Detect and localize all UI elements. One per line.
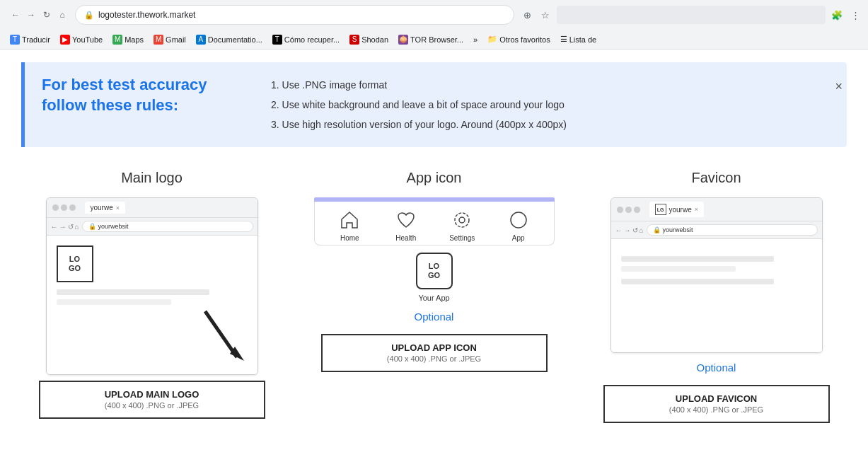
browser-action-icons: ⊕ ☆ 🧩 ⋮ xyxy=(520,6,862,24)
banner-rule-2: 2. Use white background and leave a bit … xyxy=(271,95,567,115)
banner-rule-1: 1. Use .PNG image format xyxy=(271,75,567,95)
shodan-favicon: S xyxy=(349,35,359,45)
close-banner-btn[interactable]: × xyxy=(835,79,843,94)
menu-icon[interactable]: ⋮ xyxy=(848,8,862,22)
upload-app-icon-btn[interactable]: UPLOAD APP ICON (400 x 400) .PNG or .JPE… xyxy=(321,334,548,372)
bookmark-shodan[interactable]: S Shodan xyxy=(345,33,393,46)
app-icon-title: App icon xyxy=(407,170,462,186)
bookmark-gmail[interactable]: M Gmail xyxy=(149,33,190,46)
traducir-favicon: T xyxy=(10,35,20,45)
info-banner: For best test accuracyfollow these rules… xyxy=(21,62,847,147)
bookmark-traducir[interactable]: T Traducir xyxy=(6,33,54,46)
app-icon-section: Home Health xyxy=(296,197,572,302)
tab-home: Home xyxy=(328,207,371,242)
columns-wrapper: Main logo yourwe × ← xyxy=(0,163,868,423)
bookmark-label-youtube: YouTube xyxy=(72,35,103,44)
fav-circle-3 xyxy=(634,207,640,213)
bookmark-otros-label: Otros favoritos xyxy=(499,35,550,44)
address-bar[interactable]: 🔒 logotester.thework.market xyxy=(75,5,514,25)
main-logo-browser-mockup: yourwe × ← → ↺ ⌂ 🔒 yourwebsit xyxy=(46,197,258,375)
mockup-tab-text: yourwe xyxy=(91,204,113,212)
svg-point-3 xyxy=(455,213,469,227)
mockup-fwd: → xyxy=(59,223,66,231)
banner-rules: 1. Use .PNG image format 2. Use white ba… xyxy=(271,75,567,134)
mockup-titlebar: yourwe × xyxy=(47,198,257,218)
translate-icon[interactable]: ⊕ xyxy=(520,8,534,22)
fav-back: ← xyxy=(615,226,623,234)
favicon-mockup-circles xyxy=(617,207,640,213)
favicon-tab-icon: LG xyxy=(655,204,666,215)
bookmark-maps[interactable]: M Maps xyxy=(108,33,148,46)
upload-main-logo-label: UPLOAD MAIN LOGO xyxy=(105,389,199,400)
bookmark-tidal[interactable]: T Cómo recuper... xyxy=(268,33,344,46)
mockup-home: ⌂ xyxy=(75,223,79,231)
browser-home-btn[interactable]: ⌂ xyxy=(55,8,69,22)
upload-main-logo-btn[interactable]: UPLOAD MAIN LOGO (400 x 400) .PNG or .JP… xyxy=(39,381,265,419)
main-logo-upload-section: UPLOAD MAIN LOGO (400 x 400) .PNG or .JP… xyxy=(14,381,289,419)
mockup-nav-arrows: ← → ↺ ⌂ xyxy=(51,223,79,231)
browser-back-btn[interactable]: ← xyxy=(8,8,23,22)
app-icon-upload-section: UPLOAD APP ICON (400 x 400) .PNG or .JPE… xyxy=(296,334,572,372)
fav-lock: 🔒 xyxy=(653,226,661,233)
url-text: logotester.thework.market xyxy=(98,10,195,20)
heart-icon xyxy=(393,207,419,233)
svg-point-2 xyxy=(459,217,465,223)
favicon-mockup-body xyxy=(611,239,822,352)
bookmark-lista[interactable]: ☰ Lista de xyxy=(556,33,601,45)
favicon-mockup-address: 🔒 yourwebsit xyxy=(647,224,818,236)
mockup-address-text: yourwebsit xyxy=(98,223,129,230)
favicon-upload-section: UPLOAD FAVICON (400 x 400) .PNG or .JPEG xyxy=(579,385,854,423)
bookmark-otros[interactable]: 📁 Otros favoritos xyxy=(483,33,555,45)
content-bar-1 xyxy=(57,289,209,295)
banner-title: For best test accuracyfollow these rules… xyxy=(42,75,254,115)
fav-circle-1 xyxy=(617,207,623,213)
fav-reload: ↺ xyxy=(632,226,638,234)
page-content: × For best test accuracyfollow these rul… xyxy=(0,62,868,423)
mockup-lock: 🔒 xyxy=(88,223,96,230)
bookmark-folder-icon: 📁 xyxy=(487,35,497,44)
your-app-icon: LOGO xyxy=(416,253,453,289)
bookmark-label-vs: Documentatio... xyxy=(208,35,262,44)
bookmark-more[interactable]: » xyxy=(469,34,482,45)
app-circle-icon xyxy=(506,207,531,233)
circle-2 xyxy=(61,204,67,211)
your-app-section: LOGO Your App xyxy=(416,253,453,302)
mockup-address: 🔒 yourwebsit xyxy=(82,221,253,232)
extensions-icon[interactable]: 🧩 xyxy=(830,8,844,22)
tor-favicon: 🧅 xyxy=(398,35,408,45)
circle-3 xyxy=(69,204,76,211)
favicon-tab-text: yourwe xyxy=(669,206,692,214)
mockup-circles xyxy=(52,204,76,211)
bookmark-label-tidal: Cómo recuper... xyxy=(284,35,340,44)
main-logo-placeholder: LOGO xyxy=(57,245,93,282)
tab-settings: Settings xyxy=(441,207,483,242)
search-bar-empty[interactable] xyxy=(557,6,826,24)
bookmark-label-traducir: Traducir xyxy=(22,35,50,44)
ios-tab-bar: Home Health xyxy=(314,202,555,245)
browser-chrome: ← → ↻ ⌂ 🔒 logotester.thework.market ⊕ ☆ … xyxy=(0,0,868,50)
upload-favicon-btn[interactable]: UPLOAD FAVICON (400 x 400) .PNG or .JPEG xyxy=(603,385,830,423)
fav-fwd: → xyxy=(624,226,631,234)
browser-reload-btn[interactable]: ↻ xyxy=(40,8,54,22)
browser-top-bar: ← → ↻ ⌂ 🔒 logotester.thework.market ⊕ ☆ … xyxy=(0,0,868,30)
main-logo-column: Main logo yourwe × ← xyxy=(14,170,289,419)
upload-app-icon-sub: (400 x 400) .PNG or .JPEG xyxy=(387,354,481,363)
fav-bar-3 xyxy=(621,279,774,284)
settings-label: Settings xyxy=(449,234,475,242)
upload-main-logo-sub: (400 x 400) .PNG or .JPEG xyxy=(105,401,199,410)
fav-bar-2 xyxy=(621,266,736,272)
favicon-mockup-titlebar: LG yourwe × xyxy=(611,198,822,221)
app-icon-column: App icon Home xyxy=(296,170,572,372)
home-label: Home xyxy=(340,234,359,242)
mockup-tab-close: × xyxy=(116,204,120,212)
down-arrow-svg xyxy=(191,308,248,364)
browser-forward-btn[interactable]: → xyxy=(24,8,38,22)
bookmark-tor[interactable]: 🧅 TOR Browser... xyxy=(394,33,468,46)
home-icon xyxy=(337,207,362,233)
bookmarks-bar: T Traducir ▶ YouTube M Maps M Gmail A Do… xyxy=(0,30,868,50)
bookmark-vs[interactable]: A Documentatio... xyxy=(192,33,267,46)
bookmark-star-icon[interactable]: ☆ xyxy=(538,8,552,22)
svg-line-0 xyxy=(205,311,237,357)
health-label: Health xyxy=(395,234,416,242)
bookmark-youtube[interactable]: ▶ YouTube xyxy=(56,33,107,46)
